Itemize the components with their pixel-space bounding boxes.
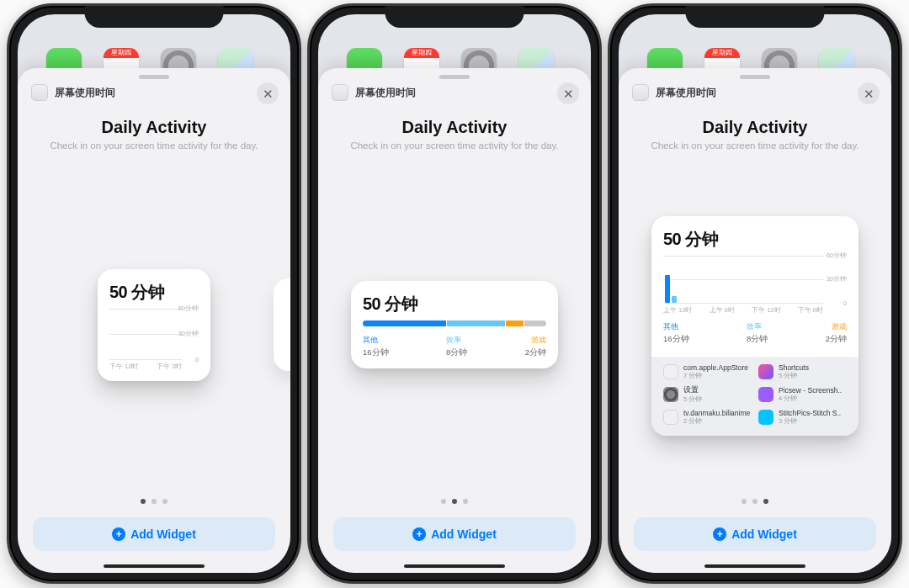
app-name-label: 屏幕使用时间 bbox=[55, 86, 115, 100]
category-name: 其他 bbox=[663, 321, 689, 332]
phone-2: 星期四 屏幕使用时间 ✕ Daily Activity Check in on … bbox=[307, 3, 602, 584]
screentime-app-icon bbox=[332, 84, 348, 101]
page-subtitle: Check in on your screen time activity fo… bbox=[335, 140, 574, 151]
x-tick: 上午 6时 bbox=[710, 306, 735, 315]
widget-picker-sheet: 屏幕使用时间 ✕ Daily Activity Check in on your… bbox=[619, 68, 891, 573]
category-value: 8分钟 bbox=[446, 347, 467, 358]
app-icon bbox=[663, 364, 678, 379]
home-indicator[interactable] bbox=[104, 564, 205, 568]
top-apps-panel: com.apple.AppStore7 分钟Shortcuts5 分钟设置5 分… bbox=[651, 357, 858, 436]
phone-3: 星期四 屏幕使用时间 ✕ Daily Activity Check in on … bbox=[608, 3, 902, 584]
x-tick: 下午 12时 bbox=[752, 306, 780, 315]
calendar-day-label: 星期四 bbox=[104, 48, 139, 58]
add-widget-button[interactable]: + Add Widget bbox=[333, 517, 576, 551]
app-name-label: 屏幕使用时间 bbox=[656, 86, 716, 100]
calendar-day-label: 星期四 bbox=[404, 48, 439, 58]
sheet-grabber[interactable] bbox=[439, 75, 470, 79]
category-productivity: 效率 8分钟 bbox=[446, 335, 467, 358]
page-subtitle: Check in on your screen time activity fo… bbox=[35, 140, 274, 151]
home-indicator[interactable] bbox=[704, 564, 805, 568]
close-icon: ✕ bbox=[563, 87, 574, 100]
category-games: 游戏 2分钟 bbox=[525, 335, 546, 358]
category-name: 效率 bbox=[747, 321, 768, 332]
chart-bar bbox=[672, 296, 677, 303]
x-tick: 上午 12时 bbox=[663, 306, 692, 315]
app-time: 4 分钟 bbox=[779, 395, 842, 403]
notch bbox=[85, 6, 224, 28]
widget-small[interactable]: 50 分钟 60分钟 30分钟 0 下午 12时 下午 3时 bbox=[98, 269, 210, 381]
app-icon bbox=[758, 364, 773, 379]
phone-1: 星期四 屏幕使用时间 ✕ Daily Activity Check in on … bbox=[7, 3, 301, 584]
app-name: Shortcuts bbox=[779, 363, 809, 372]
page-title: Daily Activity bbox=[35, 118, 274, 137]
close-button[interactable]: ✕ bbox=[557, 82, 579, 104]
notch bbox=[385, 6, 524, 28]
category-other: 其他 16分钟 bbox=[663, 321, 689, 345]
widget-total: 50 分钟 bbox=[109, 281, 199, 304]
category-value: 16分钟 bbox=[663, 334, 689, 345]
bar-segment-games bbox=[506, 320, 524, 326]
widget-carousel[interactable]: 50 分钟 60分钟 30分钟 0 下午 12时 下午 3时 bbox=[18, 151, 290, 499]
app-time: 7 分钟 bbox=[683, 372, 748, 380]
app-name: StitchPics-Stitch S.. bbox=[779, 409, 841, 417]
dot bbox=[152, 499, 157, 504]
close-button[interactable]: ✕ bbox=[858, 82, 880, 104]
small-chart: 60分钟 30分钟 0 bbox=[109, 309, 199, 359]
app-icon bbox=[758, 410, 773, 425]
widget-picker-sheet: 屏幕使用时间 ✕ Daily Activity Check in on your… bbox=[18, 68, 290, 573]
app-name: 设置 bbox=[683, 385, 702, 395]
widget-total: 50 分钟 bbox=[363, 293, 546, 315]
category-name: 游戏 bbox=[826, 321, 847, 332]
app-icon bbox=[663, 387, 678, 402]
y-tick: 0 bbox=[843, 299, 847, 306]
sheet-grabber[interactable] bbox=[139, 75, 169, 79]
calendar-day-label: 星期四 bbox=[704, 48, 740, 58]
app-row: com.apple.AppStore7 分钟 bbox=[663, 363, 752, 380]
x-tick: 下午 3时 bbox=[157, 363, 182, 371]
notch bbox=[686, 6, 825, 28]
add-widget-label: Add Widget bbox=[731, 527, 797, 541]
dot bbox=[752, 499, 758, 504]
app-time: 5 分钟 bbox=[683, 395, 702, 404]
category-name: 其他 bbox=[363, 335, 389, 346]
app-name-label: 屏幕使用时间 bbox=[355, 86, 416, 100]
add-widget-label: Add Widget bbox=[431, 527, 497, 541]
x-tick: 下午 12时 bbox=[109, 363, 138, 371]
widget-carousel[interactable]: 50 分钟 其他 16分钟 bbox=[318, 151, 591, 499]
page-subtitle: Check in on your screen time activity fo… bbox=[635, 140, 874, 151]
plus-icon: + bbox=[112, 527, 125, 541]
widget-picker-sheet: 屏幕使用时间 ✕ Daily Activity Check in on your… bbox=[318, 68, 591, 573]
bar-segment-other bbox=[363, 320, 446, 326]
add-widget-button[interactable]: + Add Widget bbox=[634, 517, 876, 551]
app-row: StitchPics-Stitch S..3 分钟 bbox=[758, 409, 847, 426]
home-indicator[interactable] bbox=[404, 564, 505, 568]
widget-carousel[interactable]: 50 分钟 60分钟 30分钟 0 上午 12时 上午 bbox=[619, 151, 891, 499]
app-row: Shortcuts5 分钟 bbox=[758, 363, 847, 380]
widget-medium[interactable]: 50 分钟 其他 16分钟 bbox=[351, 281, 558, 368]
add-widget-button[interactable]: + Add Widget bbox=[33, 517, 275, 551]
bar-segment-remainder bbox=[524, 320, 546, 326]
category-name: 游戏 bbox=[525, 335, 546, 346]
dot bbox=[763, 499, 768, 504]
screentime-app-icon bbox=[31, 84, 48, 101]
category-value: 2分钟 bbox=[826, 334, 847, 345]
dot bbox=[141, 499, 146, 504]
y-tick: 60分钟 bbox=[178, 305, 199, 313]
app-row: tv.danmaku.bilianime2 分钟 bbox=[663, 409, 752, 426]
category-value: 8分钟 bbox=[747, 334, 768, 345]
close-button[interactable]: ✕ bbox=[257, 82, 279, 104]
dot bbox=[742, 499, 747, 504]
page-indicator bbox=[318, 499, 591, 512]
plus-icon: + bbox=[713, 527, 726, 541]
category-bar bbox=[363, 320, 546, 326]
app-name: Picsew - Screensh.. bbox=[779, 386, 842, 395]
app-name: com.apple.AppStore bbox=[683, 363, 748, 372]
page-indicator bbox=[18, 499, 290, 512]
chart-bar bbox=[665, 275, 670, 302]
plus-icon: + bbox=[412, 527, 426, 541]
widget-large[interactable]: 50 分钟 60分钟 30分钟 0 上午 12时 上午 bbox=[651, 216, 858, 436]
sheet-grabber[interactable] bbox=[740, 75, 770, 79]
page-indicator bbox=[619, 499, 891, 512]
category-row: 其他 16分钟 效率 8分钟 游戏 2分钟 bbox=[363, 335, 546, 358]
large-chart: 60分钟 30分钟 0 bbox=[663, 256, 847, 303]
